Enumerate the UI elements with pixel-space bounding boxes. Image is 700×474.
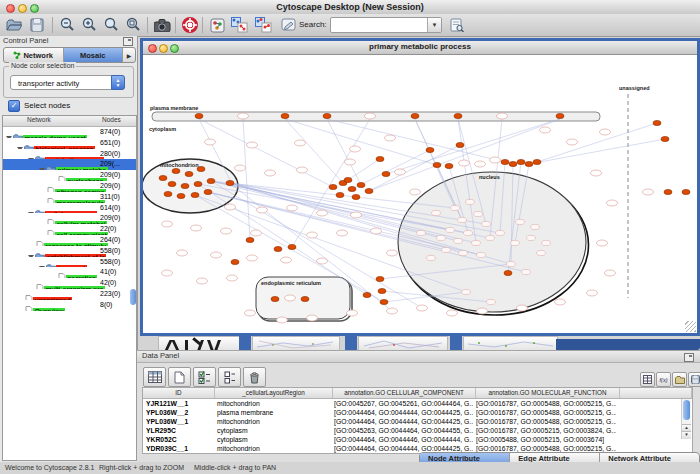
gene-label-node[interactable] — [162, 270, 173, 276]
layout-a-icon[interactable] — [229, 16, 249, 34]
nucleus-gene-node[interactable] — [454, 238, 463, 243]
gene-node[interactable] — [301, 296, 309, 301]
nucleus-gene-node[interactable] — [537, 250, 546, 255]
gene-label-node[interactable] — [387, 250, 398, 256]
cell-region[interactable]: mitochondrion — [214, 399, 331, 408]
new-attribute-icon[interactable] — [168, 367, 191, 387]
cell-cellular-component[interactable]: [GO:0045267, GO:0045261, GO:0044464, G..… — [331, 399, 473, 408]
background-window-edge[interactable] — [239, 336, 251, 351]
gene-label-node[interactable] — [317, 210, 328, 216]
cell-region[interactable]: plasma membrane — [214, 408, 331, 417]
nucleus-gene-node[interactable] — [464, 230, 473, 235]
select-attributes-icon[interactable] — [193, 367, 216, 387]
gene-node[interactable] — [172, 168, 180, 173]
gene-label-node[interactable] — [417, 305, 428, 311]
search-options-icon[interactable] — [447, 16, 467, 34]
gene-label-node[interactable] — [211, 252, 222, 258]
tree-row-response-to-stimulu[interactable]: response to stimulu264(0) — [3, 235, 136, 246]
tree-scrollbar[interactable] — [130, 127, 136, 457]
nucleus-gene-node[interactable] — [522, 269, 531, 274]
gene-node[interactable] — [411, 113, 419, 118]
tree-row-metabolic-process[interactable]: metabolic process280(0) — [3, 149, 136, 160]
gene-label-node[interactable] — [247, 142, 258, 148]
tree-row-nitrogen-compo[interactable]: nitrogen compo209(0) — [3, 181, 136, 192]
gene-node[interactable] — [525, 161, 533, 166]
delete-attribute-icon[interactable] — [243, 367, 266, 387]
gene-node[interactable] — [533, 159, 541, 164]
tree-row-cell-communicat[interactable]: cell communicat22(0) — [3, 224, 136, 235]
gene-node[interactable] — [456, 142, 464, 147]
gene-label-node[interactable] — [350, 146, 361, 152]
gene-label-node[interactable] — [205, 139, 216, 145]
gene-label-node[interactable] — [285, 295, 296, 301]
column-header-id[interactable]: ID — [143, 388, 215, 398]
gene-label-node[interactable] — [395, 169, 406, 175]
table-row[interactable]: YPL036W__1mitochondrion[GO:0044464, GO:0… — [143, 417, 692, 426]
cell-id[interactable]: YPL036W__1 — [143, 417, 214, 426]
gene-label-node[interactable] — [245, 310, 256, 316]
gene-label-node[interactable] — [337, 230, 348, 236]
tree-row-establishment-of-lo[interactable]: establishment of lo558(0) — [3, 246, 136, 257]
tree-row-nucleobase-[interactable]: nucleobase-209(0) — [3, 170, 136, 181]
table-scrollbar-thumb[interactable] — [683, 400, 690, 420]
gene-label-node[interactable] — [385, 135, 396, 141]
gene-label-node[interactable] — [600, 129, 611, 135]
gene-node[interactable] — [376, 276, 384, 281]
nucleus-gene-node[interactable] — [472, 240, 481, 245]
gene-node[interactable] — [357, 182, 365, 187]
gene-node[interactable] — [380, 299, 388, 304]
gene-label-node[interactable] — [477, 308, 488, 314]
cell-molecular-function[interactable]: [GO:0016787, GO:0005215, GO:0003824, G..… — [473, 426, 616, 435]
gene-node[interactable] — [682, 189, 690, 194]
gene-label-node[interactable] — [345, 159, 356, 165]
zoom-selected-icon[interactable] — [123, 16, 143, 34]
gene-node[interactable] — [271, 296, 279, 301]
gene-node[interactable] — [336, 192, 344, 197]
plasma-membrane-region[interactable] — [152, 112, 600, 121]
gene-node[interactable] — [329, 184, 337, 189]
network-edge[interactable] — [537, 123, 657, 162]
column-header-region[interactable]: _cellularLayoutRegion — [215, 388, 333, 398]
control-panel-float-icon[interactable] — [123, 37, 133, 46]
gene-node[interactable] — [344, 177, 352, 182]
help-lifesaver-icon[interactable] — [180, 16, 200, 34]
gene-node[interactable] — [348, 186, 356, 191]
nucleus-gene-node[interactable] — [437, 235, 446, 240]
gene-label-node[interactable] — [347, 310, 358, 316]
gene-label-node[interactable] — [607, 200, 618, 206]
tree-row-transport[interactable]: transport558(0) — [3, 257, 136, 268]
gene-node[interactable] — [517, 159, 525, 164]
nucleus-gene-node[interactable] — [486, 235, 495, 240]
gene-label-node[interactable] — [497, 113, 508, 119]
nucleus-gene-node[interactable] — [458, 217, 467, 222]
gene-label-node[interactable] — [351, 212, 362, 218]
gene-node[interactable] — [501, 159, 509, 164]
nucleus-gene-node[interactable] — [427, 255, 436, 260]
gene-label-node[interactable] — [517, 305, 528, 311]
gene-label-node[interactable] — [540, 127, 551, 133]
gene-label-node[interactable] — [490, 157, 501, 163]
cell-region[interactable]: mitochondrion — [214, 444, 331, 453]
column-header-molecular-function[interactable]: annotation.GO MOLECULAR_FUNCTION — [476, 388, 620, 398]
cell-cellular-component[interactable]: [GO:0044464, GO:0044444, GO:0044425, G..… — [331, 408, 473, 417]
nucleus-gene-node[interactable] — [459, 250, 468, 255]
window-resize-grip[interactable] — [685, 321, 696, 332]
background-window-edge[interactable] — [556, 339, 700, 350]
gene-node[interactable] — [661, 136, 669, 141]
gene-label-node[interactable] — [287, 205, 298, 211]
cell-id[interactable]: YJR121W__1 — [143, 399, 214, 408]
nucleus-gene-node[interactable] — [487, 299, 496, 304]
gene-node[interactable] — [445, 163, 453, 168]
background-window-edge[interactable] — [345, 336, 357, 351]
gene-node[interactable] — [664, 189, 672, 194]
nucleus-gene-node[interactable] — [451, 205, 460, 210]
gene-label-node[interactable] — [410, 189, 421, 195]
gene-label-node[interactable] — [265, 170, 276, 176]
background-window-edge[interactable] — [450, 336, 462, 351]
gene-node[interactable] — [185, 171, 193, 176]
cell-id[interactable]: YLR295C — [143, 426, 214, 435]
gene-label-node[interactable] — [555, 299, 566, 305]
tree-row-macromolecule[interactable]: macromolecule311(0) — [3, 192, 136, 203]
gene-label-node[interactable] — [317, 258, 328, 264]
zoom-fit-icon[interactable] — [101, 16, 121, 34]
